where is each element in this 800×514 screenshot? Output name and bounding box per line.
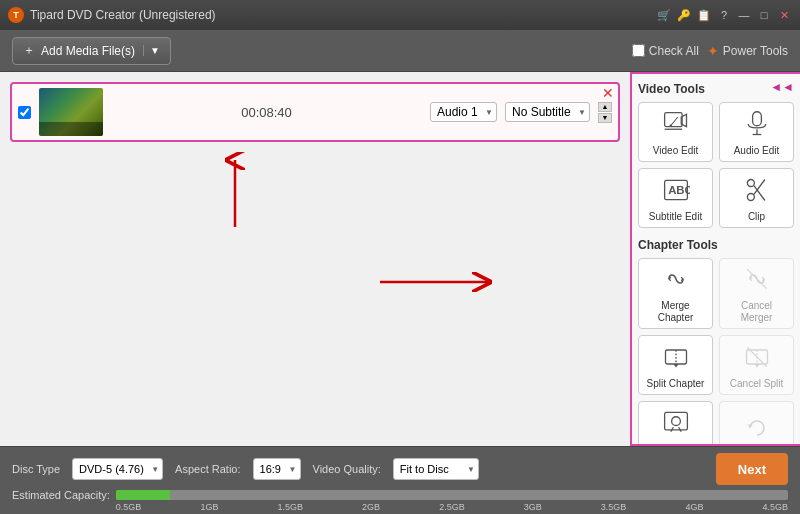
chapter-tools-title: Chapter Tools <box>638 238 794 252</box>
tick-7: 4GB <box>685 502 703 512</box>
cancel-merger-icon <box>743 265 771 296</box>
power-tools-icon: ✦ <box>707 43 719 59</box>
aspect-ratio-select[interactable]: 16:9 4:3 <box>253 458 301 480</box>
subtitle-select-wrapper[interactable]: No Subtitle <box>505 102 590 122</box>
svg-rect-20 <box>664 412 687 430</box>
cancel-merger-button[interactable]: Cancel Merger <box>719 258 794 329</box>
media-duration: 00:08:40 <box>111 105 422 120</box>
svg-point-10 <box>747 193 754 200</box>
disc-type-select-wrapper[interactable]: DVD-5 (4.76) DVD-9 (8.5) <box>72 458 163 480</box>
help-icon[interactable]: ? <box>716 7 732 23</box>
cart-icon[interactable]: 🛒 <box>656 7 672 23</box>
media-panel: 00:08:40 Audio 1 Audio 2 No Subtitle ▲ ▼… <box>0 72 630 446</box>
video-edit-button[interactable]: Video Edit <box>638 102 713 162</box>
video-tools-panel: ◄◄ Video Tools Video Edit <box>630 72 800 446</box>
aspect-ratio-select-wrapper[interactable]: 16:9 4:3 <box>253 458 301 480</box>
thumbnail-setting-icon <box>662 408 690 439</box>
bottom-controls: Disc Type DVD-5 (4.76) DVD-9 (8.5) Aspec… <box>12 453 788 485</box>
merge-chapter-icon <box>662 265 690 296</box>
video-edit-icon <box>662 110 690 141</box>
split-chapter-label: Split Chapter <box>647 378 705 390</box>
check-all-label: Check All <box>649 44 699 58</box>
next-button[interactable]: Next <box>716 453 788 485</box>
split-chapter-button[interactable]: Split Chapter <box>638 335 713 395</box>
audio-select-wrapper[interactable]: Audio 1 Audio 2 <box>430 102 497 122</box>
capacity-bar-fill <box>116 490 170 500</box>
title-bar: T Tipard DVD Creator (Unregistered) 🛒 🔑 … <box>0 0 800 30</box>
reset-all-icon <box>743 414 771 445</box>
clip-label: Clip <box>748 211 765 223</box>
power-tools-button[interactable]: ✦ Power Tools <box>707 43 788 59</box>
power-tools-label: Power Tools <box>723 44 788 58</box>
disc-type-select[interactable]: DVD-5 (4.76) DVD-9 (8.5) <box>72 458 163 480</box>
tick-2: 1.5GB <box>277 502 303 512</box>
audio-edit-button[interactable]: Audio Edit <box>719 102 794 162</box>
check-all-checkbox[interactable] <box>632 44 645 57</box>
add-icon: ＋ <box>23 42 35 59</box>
check-all-area: Check All <box>632 44 699 58</box>
merge-chapter-button[interactable]: Merge Chapter <box>638 258 713 329</box>
subtitle-edit-icon: ABC <box>662 176 690 207</box>
chapter-tools-grid: Merge Chapter Cancel Merger <box>638 258 794 446</box>
add-media-dropdown-arrow[interactable]: ▼ <box>143 45 160 56</box>
media-item-row: 00:08:40 Audio 1 Audio 2 No Subtitle ▲ ▼… <box>10 82 620 142</box>
add-media-label: Add Media File(s) <box>41 44 135 58</box>
cancel-split-label: Cancel Split <box>730 378 783 390</box>
subtitle-edit-button[interactable]: ABC Subtitle Edit <box>638 168 713 228</box>
cancel-split-icon <box>743 343 771 374</box>
tick-3: 2GB <box>362 502 380 512</box>
panel-collapse-button[interactable]: ◄◄ <box>770 80 794 94</box>
tick-4: 2.5GB <box>439 502 465 512</box>
tick-5: 3GB <box>524 502 542 512</box>
audio-edit-label: Audio Edit <box>734 145 780 157</box>
svg-point-4 <box>669 124 672 127</box>
bottom-bar: Disc Type DVD-5 (4.76) DVD-9 (8.5) Aspec… <box>0 446 800 514</box>
app-logo: T <box>8 7 24 23</box>
tick-6: 3.5GB <box>601 502 627 512</box>
subtitle-edit-label: Subtitle Edit <box>649 211 702 223</box>
key-icon[interactable]: 🔑 <box>676 7 692 23</box>
svg-point-21 <box>671 417 680 426</box>
media-order-buttons[interactable]: ▲ ▼ <box>598 102 612 123</box>
app-title: Tipard DVD Creator (Unregistered) <box>30 8 656 22</box>
main-content: 00:08:40 Audio 1 Audio 2 No Subtitle ▲ ▼… <box>0 72 800 446</box>
maximize-icon[interactable]: □ <box>756 7 772 23</box>
audio-edit-icon <box>743 110 771 141</box>
svg-text:ABC: ABC <box>668 184 690 196</box>
minimize-icon[interactable]: — <box>736 7 752 23</box>
media-item-checkbox[interactable] <box>18 106 31 119</box>
capacity-bar: 0.5GB 1GB 1.5GB 2GB 2.5GB 3GB 3.5GB 4GB … <box>116 490 788 500</box>
video-quality-select[interactable]: Fit to Disc High Quality Standard <box>393 458 479 480</box>
tick-1: 1GB <box>200 502 218 512</box>
title-bar-controls[interactable]: 🛒 🔑 📋 ? — □ ✕ <box>656 7 792 23</box>
video-quality-select-wrapper[interactable]: Fit to Disc High Quality Standard <box>393 458 479 480</box>
cancel-merger-label: Cancel Merger <box>724 300 789 324</box>
video-tools-grid: Video Edit Audio Edit ABC <box>638 102 794 228</box>
capacity-ticks: 0.5GB 1GB 1.5GB 2GB 2.5GB 3GB 3.5GB 4GB … <box>116 502 788 512</box>
audio-select[interactable]: Audio 1 Audio 2 <box>430 102 497 122</box>
add-media-button[interactable]: ＋ Add Media File(s) ▼ <box>12 37 171 65</box>
svg-rect-2 <box>664 112 682 126</box>
close-icon[interactable]: ✕ <box>776 7 792 23</box>
order-down-button[interactable]: ▼ <box>598 113 612 123</box>
capacity-label: Estimated Capacity: <box>12 489 110 501</box>
tick-0: 0.5GB <box>116 502 142 512</box>
cancel-split-button[interactable]: Cancel Split <box>719 335 794 395</box>
toolbar: ＋ Add Media File(s) ▼ Check All ✦ Power … <box>0 30 800 72</box>
subtitle-select[interactable]: No Subtitle <box>505 102 590 122</box>
up-arrow-annotation <box>220 152 250 235</box>
disc-type-label: Disc Type <box>12 463 60 475</box>
right-arrow-annotation <box>380 267 500 300</box>
media-thumbnail <box>39 88 103 136</box>
clip-icon <box>743 176 771 207</box>
reset-all-button[interactable]: Reset All <box>719 401 794 446</box>
clip-button[interactable]: Clip <box>719 168 794 228</box>
thumbnail-setting-button[interactable]: Thumbnail Setting <box>638 401 713 446</box>
thumbnail-overlay <box>39 122 103 136</box>
reg-icon[interactable]: 📋 <box>696 7 712 23</box>
media-item-close[interactable]: ✕ <box>602 86 614 100</box>
video-quality-label: Video Quality: <box>313 463 381 475</box>
capacity-row: Estimated Capacity: 0.5GB 1GB 1.5GB 2GB … <box>12 489 788 501</box>
split-chapter-icon <box>662 343 690 374</box>
order-up-button[interactable]: ▲ <box>598 102 612 112</box>
